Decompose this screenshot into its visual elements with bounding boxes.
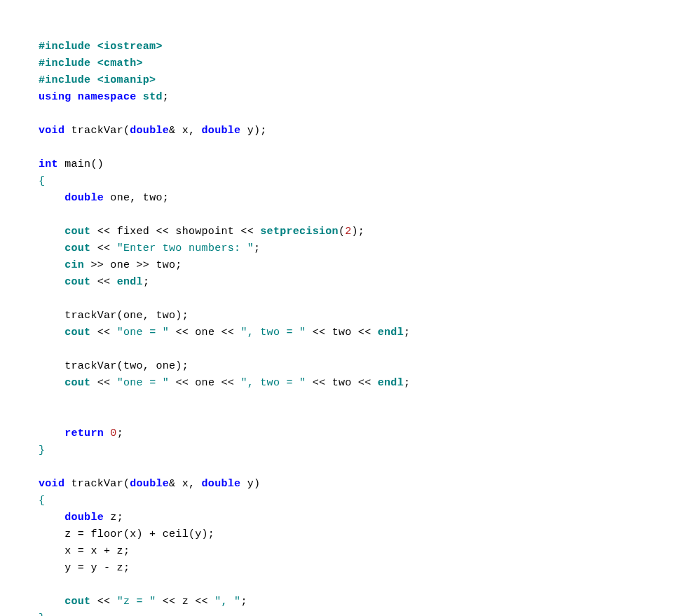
code-token: ;	[163, 91, 169, 103]
code-token: "one = "	[117, 377, 169, 389]
code-token	[39, 192, 64, 204]
code-token: double	[64, 512, 104, 523]
code-token: ;	[143, 276, 149, 288]
code-token: endl	[117, 276, 143, 288]
code-token: 2	[345, 226, 351, 238]
code-token	[39, 427, 64, 439]
code-token: z = floor(x) + ceil(y);	[39, 528, 214, 540]
code-token: main()	[58, 158, 104, 170]
code-token: <<	[90, 242, 116, 254]
code-token: >> one >> two;	[84, 259, 182, 271]
code-token: cout	[64, 276, 90, 288]
code-token: );	[352, 226, 365, 238]
code-token: setprecision	[260, 226, 339, 238]
code-token: double	[64, 192, 104, 204]
code-token	[39, 327, 64, 338]
code-token: y);	[240, 125, 266, 137]
code-token	[39, 242, 64, 254]
code-line: #include <cmath>	[39, 57, 143, 69]
code-token: double	[202, 478, 241, 490]
code-token: 0	[110, 427, 116, 439]
code-token: trackVar(one, two);	[39, 310, 189, 322]
code-token: {	[39, 495, 45, 507]
code-token: (	[339, 226, 345, 238]
code-token	[39, 226, 64, 238]
code-token: double	[202, 125, 241, 137]
code-token: trackVar(	[64, 478, 130, 490]
code-token	[39, 259, 64, 271]
code-token: return	[64, 427, 104, 439]
code-token: y)	[240, 478, 260, 490]
code-token: ;	[240, 596, 247, 608]
code-line: #include <iomanip>	[39, 74, 156, 86]
code-token: <<	[90, 276, 116, 288]
code-token: cout	[64, 226, 90, 238]
code-token: double	[130, 478, 169, 490]
code-token: cout	[64, 242, 90, 254]
code-token: double	[130, 125, 169, 137]
code-token: cout	[64, 596, 90, 608]
code-token: z;	[104, 512, 123, 523]
code-token: << two <<	[306, 377, 377, 389]
code-token: {	[39, 175, 45, 187]
code-token	[39, 276, 64, 288]
code-token: ;	[254, 242, 260, 254]
code-token: cin	[64, 259, 84, 271]
code-token: std	[143, 91, 163, 103]
code-token: trackVar(two, one);	[39, 360, 189, 372]
code-token: ", two = "	[240, 377, 306, 389]
code-token: "Enter two numbers: "	[117, 242, 254, 254]
code-token	[39, 377, 64, 389]
code-token: trackVar(	[64, 125, 130, 137]
code-token: y = y - z;	[39, 562, 130, 574]
code-token: ", "	[214, 596, 240, 608]
code-token	[104, 427, 110, 439]
code-token: ;	[117, 427, 123, 439]
code-token	[39, 596, 64, 608]
code-token: cout	[64, 377, 90, 389]
code-token: << z <<	[156, 596, 214, 608]
code-token: one, two;	[104, 192, 169, 204]
code-token: int	[39, 158, 58, 170]
code-token: <<	[90, 327, 116, 338]
code-token: << one <<	[169, 327, 240, 338]
code-token: << fixed << showpoint <<	[90, 226, 260, 238]
code-token: << two <<	[306, 327, 377, 338]
code-token: }	[39, 444, 45, 456]
code-token: ;	[404, 327, 410, 338]
code-token	[71, 91, 78, 103]
code-token: cout	[64, 327, 90, 338]
code-token: <<	[90, 377, 116, 389]
code-token: x = x + z;	[39, 545, 130, 557]
code-token	[137, 91, 143, 103]
code-token: << one <<	[169, 377, 240, 389]
code-token: "one = "	[117, 327, 169, 338]
code-token: & x,	[169, 478, 202, 490]
code-token: ", two = "	[240, 327, 306, 338]
code-token: & x,	[169, 125, 202, 137]
code-token	[39, 512, 64, 523]
code-token: }	[39, 612, 45, 616]
code-token: void	[39, 478, 64, 490]
code-token: namespace	[78, 91, 137, 103]
code-token: "z = "	[117, 596, 156, 608]
code-token: endl	[378, 377, 404, 389]
code-token: <<	[90, 596, 116, 608]
code-token: void	[39, 125, 64, 137]
code-line: #include <iostream>	[39, 41, 163, 53]
code-token: ;	[404, 377, 410, 389]
code-block: #include <iostream> #include <cmath> #in…	[39, 39, 636, 616]
code-token: using	[39, 91, 71, 103]
code-token: endl	[378, 327, 404, 338]
